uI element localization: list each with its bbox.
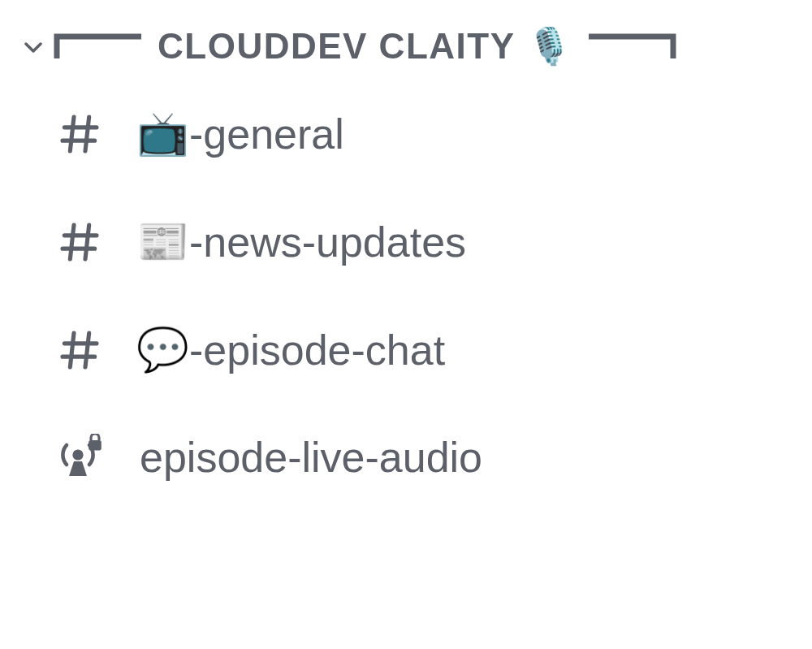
category-name: CLOUDDEV CLAITY 🎙️: [158, 25, 572, 67]
category-header[interactable]: CLOUDDEV CLAITY 🎙️: [24, 24, 788, 68]
channel-name-label: episode-live-audio: [140, 433, 482, 482]
channel-list: 📺 -general 📰 -news-updates 💬 -episode-ch…: [57, 109, 788, 482]
microphone-emoji-icon: 🎙️: [527, 25, 573, 67]
chevron-down-icon: [24, 42, 39, 50]
channel-item-episode-live-audio[interactable]: episode-live-audio: [57, 433, 788, 482]
channel-item-news-updates[interactable]: 📰 -news-updates: [57, 217, 788, 266]
hash-icon: [57, 219, 102, 265]
channel-name-text: -episode-chat: [189, 326, 445, 374]
newspaper-emoji-icon: 📰: [136, 217, 189, 266]
hash-icon: [57, 327, 102, 373]
channel-item-general[interactable]: 📺 -general: [57, 109, 788, 158]
category-name-text: CLOUDDEV CLAITY: [158, 26, 516, 67]
bracket-right-icon: [587, 24, 676, 68]
channel-name-text: -general: [189, 110, 344, 158]
svg-rect-1: [89, 440, 102, 450]
channel-name-text: episode-live-audio: [140, 433, 482, 482]
channel-name-label: 📺 -general: [136, 109, 344, 158]
svg-point-0: [72, 449, 83, 460]
tv-emoji-icon: 📺: [136, 109, 189, 158]
hash-icon: [57, 111, 102, 157]
channel-name-label: 📰 -news-updates: [136, 217, 466, 266]
bracket-left-icon: [54, 24, 143, 68]
stage-locked-icon: [57, 434, 106, 481]
speech-bubble-emoji-icon: 💬: [136, 325, 189, 374]
channel-name-label: 💬 -episode-chat: [136, 325, 445, 374]
channel-item-episode-chat[interactable]: 💬 -episode-chat: [57, 325, 788, 374]
channel-name-text: -news-updates: [189, 218, 466, 266]
